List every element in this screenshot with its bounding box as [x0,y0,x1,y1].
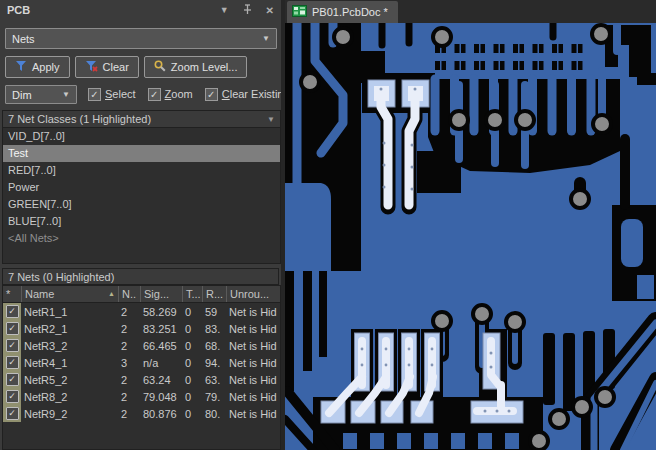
checkbox-label: Select [105,88,136,100]
dim-mode-select[interactable]: Dim ▼ [5,85,77,104]
net-name: NetR9_2 [21,408,118,420]
node-count: 3 [118,357,140,369]
nets-header[interactable]: 7 Nets (0 Highlighted) [2,268,279,285]
net-class-item[interactable]: <All Nets> [3,230,280,247]
sort-ascending-icon: ▲ [108,286,115,302]
net-name: NetR1_1 [21,306,118,318]
node-count: 2 [118,340,140,352]
net-classes-header-label: 7 Net Classes (1 Highlighted) [8,113,151,125]
column-name-label: Name [25,286,54,302]
checkbox-check-icon[interactable]: ✓ [6,373,19,386]
net-class-item[interactable]: GREEN[7..0] [3,196,280,213]
column-nodes[interactable]: N.. [118,286,140,302]
net-classes-header[interactable]: 7 Net Classes (1 Highlighted) ▼ [3,111,280,128]
node-count: 2 [118,391,140,403]
option-checkbox-select[interactable]: ✓Select [88,85,136,103]
nets-table-body: ✓NetR1_1258.269059Net is Hid✓NetR2_1283.… [3,303,280,422]
nets-table-header[interactable]: * Name ▲ N.. Sig... T... R... Unrou... [3,286,280,303]
routed-length: 94. [202,357,226,369]
track-count: 0 [182,408,202,420]
checkbox-check-icon[interactable]: ✓ [205,88,218,101]
apply-filter-icon [15,60,27,74]
pcb-editor-view[interactable] [285,23,656,450]
column-unrouted[interactable]: Unrou... [226,286,280,302]
checkbox-check-icon[interactable]: ✓ [6,407,19,420]
row-checkbox[interactable]: ✓ [3,388,21,405]
table-row[interactable]: ✓NetR8_2279.048079.Net is Hid [3,388,280,405]
net-name: NetR4_1 [21,357,118,369]
net-class-item[interactable]: BLUE[7..0] [3,213,280,230]
signal-length: 79.048 [140,391,182,403]
panel-mode-select[interactable]: Nets ▼ [5,28,277,49]
track-count: 0 [182,374,202,386]
zoom-level-label: Zoom Level... [171,61,238,73]
apply-label: Apply [32,61,60,73]
checkbox-check-icon[interactable]: ✓ [148,88,161,101]
apply-button[interactable]: Apply [5,56,70,78]
column-t[interactable]: T... [182,286,202,302]
table-row[interactable]: ✓NetR3_2266.465068.Net is Hid [3,337,280,354]
table-row[interactable]: ✓NetR2_1283.251083.Net is Hid [3,320,280,337]
column-name[interactable]: Name ▲ [21,286,118,302]
net-class-item[interactable]: VID_D[7..0] [3,128,280,145]
checkbox-check-icon[interactable]: ✓ [88,88,101,101]
row-checkbox[interactable]: ✓ [3,405,21,422]
checkbox-check-icon[interactable]: ✓ [6,322,19,335]
unrouted-status: Net is Hid [226,374,280,386]
unrouted-status: Net is Hid [226,306,280,318]
document-tab-bar: PB01.PcbDoc * [285,0,656,23]
routed-length: 80. [202,408,226,420]
checkbox-check-icon[interactable]: ✓ [6,305,19,318]
tab-label: PB01.PcbDoc * [312,6,388,18]
panel-menu-arrow-icon[interactable]: ▼ [220,5,229,15]
net-class-item[interactable]: RED[7..0] [3,162,280,179]
row-checkbox[interactable]: ✓ [3,337,21,354]
clear-filter-icon [85,60,98,74]
clear-label: Clear [103,61,129,73]
tab-pb01-pcbdoc[interactable]: PB01.PcbDoc * [287,1,398,23]
row-checkbox[interactable]: ✓ [3,354,21,371]
checkbox-check-icon[interactable]: ✓ [6,356,19,369]
option-checkbox-clear-existing[interactable]: ✓Clear Existing [205,85,281,103]
routed-length: 68. [202,340,226,352]
net-class-item[interactable]: Test [3,145,280,162]
panel-toolbar: Apply Clear Zoom Level... [5,56,247,78]
unrouted-status: Net is Hid [226,408,280,420]
zoom-level-button[interactable]: Zoom Level... [144,56,248,78]
checkbox-check-icon[interactable]: ✓ [6,339,19,352]
panel-title: PCB [7,4,206,16]
track-count: 0 [182,306,202,318]
row-checkbox[interactable]: ✓ [3,303,21,320]
node-count: 2 [118,374,140,386]
column-routed[interactable]: R... [202,286,226,302]
node-count: 2 [118,323,140,335]
checkbox-label: Zoom [165,88,193,100]
checkbox-label: Clear Existing [222,88,281,100]
table-row[interactable]: ✓NetR5_2263.24063.Net is Hid [3,371,280,388]
signal-length: 58.269 [140,306,182,318]
clear-button[interactable]: Clear [75,56,139,78]
row-checkbox[interactable]: ✓ [3,320,21,337]
pin-icon[interactable] [243,4,252,17]
checkbox-check-icon[interactable]: ✓ [6,390,19,403]
magnifier-icon [154,60,166,74]
track-count: 0 [182,357,202,369]
net-class-item[interactable]: Power [3,179,280,196]
net-name: NetR2_1 [21,323,118,335]
options-checkboxes: ✓Select✓Zoom✓Clear Existing [88,85,281,103]
table-row[interactable]: ✓NetR4_13n/a094.Net is Hid [3,354,280,371]
net-name: NetR8_2 [21,391,118,403]
column-signal[interactable]: Sig... [140,286,182,302]
net-name: NetR5_2 [21,374,118,386]
column-star[interactable]: * [3,286,21,302]
track-count: 0 [182,391,202,403]
option-checkbox-zoom[interactable]: ✓Zoom [148,85,193,103]
track-count: 0 [182,323,202,335]
table-row[interactable]: ✓NetR9_2280.876080.Net is Hid [3,405,280,422]
close-icon[interactable]: ✕ [266,5,274,16]
row-checkbox[interactable]: ✓ [3,371,21,388]
node-count: 2 [118,408,140,420]
table-row[interactable]: ✓NetR1_1258.269059Net is Hid [3,303,280,320]
signal-length: 66.465 [140,340,182,352]
net-name: NetR3_2 [21,340,118,352]
